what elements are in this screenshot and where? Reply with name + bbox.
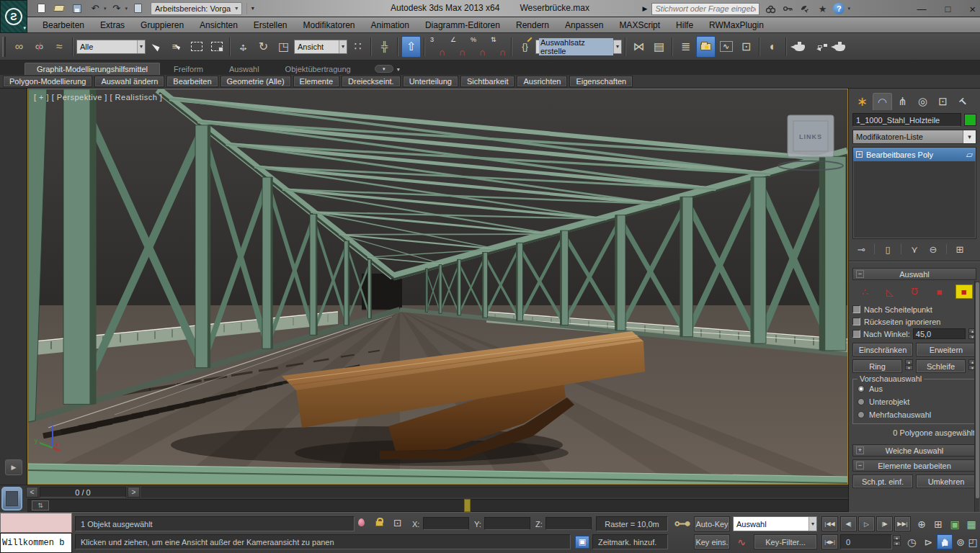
soft-selection-rollout-header[interactable]: + Weiche Auswahl [852, 444, 976, 457]
maxscript-mini-listener-white[interactable]: Willkommen b [0, 533, 72, 553]
grow-button[interactable]: Erweitern [916, 343, 976, 356]
expand-icon[interactable]: + [856, 151, 863, 158]
search-binoculars-icon[interactable] [764, 3, 777, 14]
maximize-button[interactable]: □ [945, 4, 950, 14]
add-time-tag[interactable]: Zeitmark. hinzuf. [592, 534, 668, 549]
stack-item-editable-poly[interactable]: + Bearbeitbares Poly ▱ [853, 148, 976, 161]
menu-maxscript[interactable]: MAXScript [611, 17, 668, 32]
time-tag-cube-icon[interactable]: ▣ [574, 535, 590, 549]
menu-bearbeiten[interactable]: Bearbeiten [35, 17, 92, 32]
by-angle-checkbox[interactable] [852, 330, 860, 338]
y-coordinate-field[interactable] [484, 517, 530, 530]
new-file-button[interactable] [33, 1, 49, 15]
ribbon-panel-unterteilung[interactable]: Unterteilung [403, 76, 458, 87]
time-forward-button[interactable]: > [128, 487, 140, 498]
default-tangent-icon[interactable]: ∿ [734, 535, 749, 549]
menu-erstellen[interactable]: Erstellen [246, 17, 295, 32]
by-vertex-checkbox[interactable] [852, 305, 860, 313]
selection-set-dropdown[interactable]: Auswahl ▾ [733, 516, 817, 531]
menu-rendern[interactable]: Rendern [508, 17, 557, 32]
mini-curve-editor-button[interactable] [1, 487, 22, 511]
edit-named-selection-sets-button[interactable]: {} [515, 36, 535, 58]
ribbon-panel-elemente[interactable]: Elemente [293, 76, 339, 87]
modifier-list-dropdown[interactable]: Modifikatoren-Liste ▾ [852, 130, 976, 144]
go-to-end-button[interactable]: ▶▶| [894, 516, 911, 531]
ribbon-minimize-button[interactable]: ▾ [375, 65, 393, 73]
selection-lock-icon[interactable] [375, 521, 383, 526]
flip-button[interactable]: Umkehren [916, 475, 976, 488]
curve-editor-button[interactable]: ∿ [716, 36, 736, 58]
ribbon-panel-ausrichten[interactable]: Ausrichten [517, 76, 567, 87]
ribbon-panel-sichtbarkeit[interactable]: Sichtbarkeit [460, 76, 514, 87]
close-button[interactable]: × [969, 3, 976, 15]
menu-diagramm-editoren[interactable]: Diagramm-Editoren [417, 17, 508, 32]
unlink-selection-button[interactable]: ∞/ [30, 36, 49, 58]
keyboard-shortcut-override-toggle[interactable]: ⇧ [401, 36, 421, 58]
object-color-swatch[interactable] [964, 114, 976, 126]
current-frame-field[interactable]: 0 [840, 534, 892, 549]
manage-layers-button[interactable]: ≣ [676, 36, 695, 58]
redo-button[interactable]: ↷ [109, 1, 125, 15]
tab-modify[interactable]: ◠ [873, 93, 892, 110]
qat-customize-button[interactable]: ▾ [246, 3, 258, 14]
minimize-button[interactable]: — [917, 4, 926, 14]
set-key-button[interactable]: Key eins. [694, 534, 730, 549]
ring-spinner[interactable]: ▲▼ [905, 359, 913, 373]
ribbon-tab-objekt-bertragung[interactable]: Objektübertragung [273, 63, 363, 75]
redo-dropdown-icon[interactable]: ▾ [125, 6, 128, 12]
ribbon-panel-eigenschaften[interactable]: Eigenschaften [569, 76, 633, 87]
key-sign-in-icon[interactable] [781, 3, 794, 14]
edge-subobject-button[interactable]: ◺ [881, 284, 899, 299]
tab-display[interactable]: ⊡ [933, 93, 953, 110]
ribbon-panel-bearbeiten[interactable]: Bearbeiten [166, 76, 218, 87]
angle-value-field[interactable]: 45,0 [913, 328, 966, 339]
key-filters-button[interactable]: Key-Filter... [754, 534, 817, 549]
app-logo-button[interactable]: Ƨ ▾ [0, 0, 27, 33]
toggle-ribbon-button[interactable] [696, 36, 716, 58]
select-and-manipulate-button[interactable]: ╬ [375, 36, 394, 58]
preview-option-mehrfachauswahl[interactable]: Mehrfachauswahl [858, 409, 973, 421]
pin-stack-button[interactable]: ⊸ [852, 243, 870, 256]
selection-rollout-header[interactable]: − Auswahl [852, 268, 976, 280]
schematic-view-button[interactable]: ⊡ [736, 36, 756, 58]
angle-snap-toggle-button[interactable]: ∠∩ [448, 36, 468, 58]
select-and-rotate-button[interactable]: ↻ [254, 36, 273, 58]
key-mode-toggle-button[interactable]: |◀▶| [821, 534, 838, 549]
named-selection-sets-dropdown[interactable]: Auswahlsatz erstelle ▾ [535, 40, 622, 54]
favorites-star-icon[interactable]: ★ [816, 3, 829, 14]
radio-icon[interactable] [858, 398, 865, 405]
material-editor-button[interactable]: ◐ [763, 36, 783, 58]
ribbon-panel-polygon-modellierung[interactable]: Polygon-Modellierung [3, 76, 92, 87]
align-button[interactable]: ▤ [649, 36, 669, 58]
use-pivot-center-button[interactable]: ∷ [348, 36, 368, 58]
tab-create[interactable]: ∗ [852, 93, 872, 110]
time-back-button[interactable]: < [26, 487, 38, 498]
time-slider-track[interactable] [141, 487, 848, 498]
shrink-button[interactable]: Einschränken [852, 343, 913, 356]
ribbon-tab-freiform[interactable]: Freiform [161, 63, 215, 75]
undo-dropdown-icon[interactable]: ▾ [104, 6, 107, 12]
maxscript-mini-listener-pink[interactable] [0, 513, 72, 533]
loop-button[interactable]: Schleife [916, 359, 966, 373]
x-coordinate-field[interactable] [423, 517, 469, 530]
menu-extras[interactable]: Extras [92, 17, 133, 32]
frame-spinner[interactable]: ▲▼ [893, 535, 901, 546]
remove-modifier-button[interactable]: ⊖ [925, 243, 942, 256]
play-button[interactable]: ▷ [858, 516, 875, 531]
menu-anpassen[interactable]: Anpassen [557, 17, 611, 32]
modifier-stack[interactable]: + Bearbeitbares Poly ▱ [852, 147, 976, 239]
viewport-label[interactable]: [ + ] [ Perspektive ] [ Realistisch ] [34, 93, 162, 102]
menu-gruppieren[interactable]: Gruppieren [133, 17, 192, 32]
absolute-mode-icon[interactable]: ⊡ [393, 517, 402, 529]
help-dropdown-icon[interactable]: ▾ [847, 6, 850, 12]
menu-hilfe[interactable]: Hilfe [668, 17, 701, 32]
configure-modifier-sets-button[interactable]: ⊞ [951, 243, 968, 256]
rectangular-selection-region-button[interactable] [187, 36, 206, 58]
menu-rwmaxplugin[interactable]: RWMaxPlugin [701, 17, 772, 32]
object-name-field[interactable]: 1_1000_Stahl_Holzteile [852, 113, 961, 127]
ribbon-minimize-caret-icon[interactable]: ▾ [397, 66, 400, 73]
render-production-button[interactable] [830, 36, 850, 58]
tab-hierarchy[interactable]: ⋔ [893, 93, 912, 110]
time-configuration-icon[interactable]: ◷ [904, 534, 919, 549]
element-subobject-button[interactable]: ■ [956, 284, 973, 299]
